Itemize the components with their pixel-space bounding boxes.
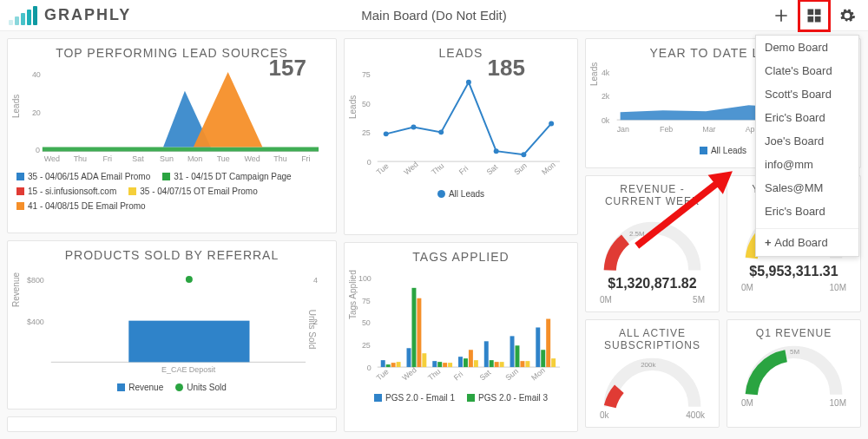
svg-text:0k: 0k: [602, 116, 610, 125]
svg-rect-67: [448, 363, 452, 367]
svg-rect-69: [464, 358, 468, 367]
app-header: GRAPHLY Main Board (Do Not Edit): [0, 0, 868, 31]
svg-rect-59: [397, 362, 401, 367]
svg-text:$400: $400: [27, 317, 44, 325]
svg-text:Thu: Thu: [430, 161, 445, 177]
svg-text:25: 25: [362, 128, 371, 137]
card-placeholder[interactable]: [7, 416, 337, 432]
dropdown-item[interactable]: Joe's Board: [756, 129, 858, 153]
dropdown-item[interactable]: Eric's Board: [756, 200, 858, 223]
legend: All Leads: [353, 189, 569, 199]
boards-grid-icon[interactable]: [802, 3, 826, 28]
svg-text:Thu: Thu: [273, 154, 286, 163]
svg-text:50: 50: [362, 100, 371, 108]
svg-marker-10: [43, 147, 319, 151]
card-q1[interactable]: Q1 REVENUE 5M 0M10M: [727, 319, 861, 428]
card-products[interactable]: PRODUCTS SOLD BY REFERRAL Revenue Units …: [7, 240, 337, 410]
svg-text:E_CAE Deposit: E_CAE Deposit: [161, 365, 216, 374]
y2-axis-label: Units Sold: [308, 310, 318, 350]
svg-rect-0: [808, 9, 814, 15]
svg-text:75: 75: [362, 297, 371, 305]
products-chart: $800 $400 4 2 E_CAE Deposit: [16, 267, 327, 379]
svg-text:Fri: Fri: [452, 370, 464, 382]
svg-text:Mon: Mon: [529, 366, 547, 383]
add-board-button[interactable]: Add Board: [756, 229, 858, 256]
gauge-chart: 200k: [595, 357, 710, 410]
svg-text:4: 4: [313, 276, 318, 285]
svg-text:Wed: Wed: [402, 160, 419, 176]
svg-text:0: 0: [367, 158, 372, 167]
card-title: Q1 REVENUE: [736, 327, 852, 339]
boards-dropdown: Demo Board Clate's Board Scott's Board E…: [755, 35, 859, 257]
svg-rect-1: [815, 9, 821, 15]
svg-rect-64: [432, 361, 437, 367]
svg-text:$800: $800: [27, 276, 44, 285]
svg-text:Sun: Sun: [160, 154, 174, 163]
y-axis-label: Revenue: [11, 272, 21, 307]
svg-rect-3: [815, 16, 821, 22]
svg-text:2k: 2k: [602, 92, 610, 101]
logo-text: GRAPHLY: [44, 6, 131, 24]
big-number: 185: [488, 55, 525, 82]
svg-text:5M: 5M: [790, 348, 799, 356]
dropdown-item[interactable]: Clate's Board: [756, 59, 858, 82]
legend: Revenue Units Sold: [16, 383, 327, 392]
dropdown-item[interactable]: Demo Board: [756, 36, 858, 59]
y-axis-label: Leads: [348, 95, 358, 119]
logo-bars-icon: [9, 6, 39, 25]
svg-rect-68: [458, 357, 463, 367]
gear-icon[interactable]: [835, 3, 859, 28]
dropdown-item[interactable]: Eric's Board: [756, 106, 858, 129]
svg-rect-63: [422, 353, 426, 367]
dropdown-item[interactable]: Scott's Board: [756, 82, 858, 106]
svg-rect-76: [510, 336, 515, 367]
tags-chart: 1007550250 Tue Wed Thu Fri: [353, 269, 569, 390]
svg-text:100: 100: [358, 274, 372, 283]
svg-text:Jan: Jan: [617, 125, 629, 134]
gauge-value: $1,320,871.82: [595, 276, 710, 292]
svg-rect-60: [407, 348, 411, 367]
svg-text:Thu: Thu: [426, 367, 442, 383]
svg-text:Tue: Tue: [217, 154, 230, 163]
svg-text:Fri: Fri: [102, 154, 111, 163]
dropdown-item[interactable]: Sales@MM: [756, 176, 858, 200]
svg-rect-72: [484, 341, 489, 367]
board-title[interactable]: Main Board (Do Not Edit): [361, 8, 507, 23]
svg-text:Sun: Sun: [503, 367, 520, 383]
svg-point-39: [466, 80, 471, 85]
card-tags[interactable]: TAGS APPLIED Tags Applied 1007550250: [344, 242, 578, 432]
svg-rect-77: [515, 345, 519, 367]
add-icon[interactable]: [769, 3, 793, 28]
svg-text:Sun: Sun: [512, 161, 529, 177]
svg-text:Mon: Mon: [540, 161, 557, 177]
svg-rect-80: [536, 327, 540, 367]
svg-text:Mar: Mar: [702, 125, 715, 134]
card-lead-sources[interactable]: TOP PERFORMING LEAD SOURCES 157 Leads 40…: [7, 38, 337, 233]
svg-point-37: [411, 124, 416, 129]
svg-text:4k: 4k: [602, 69, 610, 77]
card-leads[interactable]: LEADS 185 Leads 7550250 Tue Wed Thu Fri …: [344, 38, 578, 235]
svg-point-41: [521, 152, 526, 157]
dropdown-item[interactable]: info@mm: [756, 153, 858, 176]
logo: GRAPHLY: [9, 6, 131, 25]
svg-rect-79: [525, 361, 529, 367]
svg-rect-2: [808, 16, 814, 22]
svg-marker-12: [194, 72, 263, 147]
svg-rect-78: [520, 361, 524, 367]
svg-point-40: [494, 148, 499, 154]
y-axis-label: Leads: [589, 62, 599, 86]
svg-text:200k: 200k: [641, 361, 655, 369]
svg-text:Fri: Fri: [301, 154, 310, 163]
card-subs[interactable]: ALL ACTIVE SUBSCRIPTIONS 200k 0k400k: [585, 319, 720, 428]
card-title: LEADS: [353, 46, 569, 60]
svg-text:40: 40: [32, 70, 41, 79]
svg-rect-74: [495, 362, 499, 367]
y-axis-label: Tags Applied: [348, 271, 358, 320]
svg-text:Mon: Mon: [187, 154, 202, 163]
svg-text:20: 20: [32, 108, 41, 117]
svg-text:Feb: Feb: [660, 125, 673, 134]
svg-text:Wed: Wed: [245, 154, 260, 163]
svg-text:Tue: Tue: [375, 161, 391, 176]
svg-rect-71: [474, 360, 478, 367]
svg-rect-82: [546, 318, 550, 367]
